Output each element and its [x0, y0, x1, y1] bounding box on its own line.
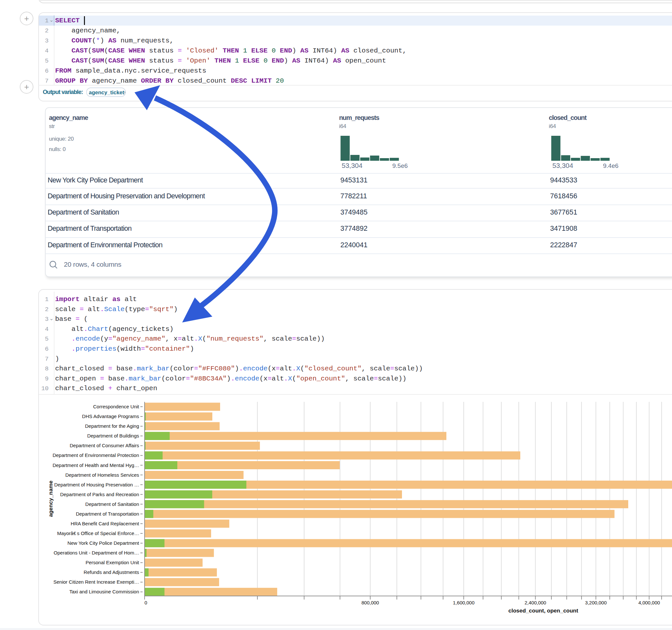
svg-text:Senior Citizen Rent Increase E: Senior Citizen Rent Increase Exempti…: [53, 579, 139, 585]
svg-text:9.4e6: 9.4e6: [603, 162, 619, 169]
svg-text:Department of Health and Menta: Department of Health and Mental Hyg…: [52, 462, 139, 468]
svg-text:800,000: 800,000: [361, 600, 379, 605]
svg-text:0: 0: [145, 600, 147, 605]
svg-text:Refunds and Adjustments: Refunds and Adjustments: [83, 570, 139, 575]
svg-text:Personal Exemption Unit: Personal Exemption Unit: [86, 560, 139, 565]
svg-text:53,304: 53,304: [552, 162, 573, 169]
svg-text:Correspondence Unit: Correspondence Unit: [93, 404, 139, 409]
svg-text:4,000,000: 4,000,000: [638, 600, 660, 605]
svg-text:Department for the Aging: Department for the Aging: [85, 423, 139, 429]
svg-text:Department of Housing Preserva: Department of Housing Preservation …: [54, 482, 139, 487]
svg-text:1,600,000: 1,600,000: [453, 600, 475, 605]
svg-text:Department of Parks and Recrea: Department of Parks and Recreation: [60, 492, 139, 497]
svg-text:Taxi and Limousine Commission: Taxi and Limousine Commission: [69, 589, 139, 595]
svg-text:Department of Buildings: Department of Buildings: [87, 433, 139, 438]
svg-text:Department of Consumer Affairs: Department of Consumer Affairs: [70, 443, 139, 448]
svg-text:Operations Unit - Department o: Operations Unit - Department of Hom…: [54, 550, 139, 555]
svg-text:HRA Benefit Card Replacement: HRA Benefit Card Replacement: [71, 521, 139, 526]
svg-text:2,400,000: 2,400,000: [525, 600, 546, 605]
svg-text:New York City Police Departmen: New York City Police Department: [67, 540, 139, 546]
svg-text:agency_name: agency_name: [48, 481, 54, 517]
svg-text:DHS Advantage Programs: DHS Advantage Programs: [82, 413, 139, 419]
svg-text:Department of Homeless Service: Department of Homeless Services: [65, 472, 139, 478]
svg-text:9.5e6: 9.5e6: [392, 162, 408, 169]
svg-text:Mayorâ€ s Office of Special En: Mayorâ€ s Office of Special Enforce…: [57, 531, 139, 536]
svg-text:53,304: 53,304: [342, 162, 363, 169]
svg-text:Department of Sanitation: Department of Sanitation: [85, 501, 139, 507]
svg-text:Department of Transportation: Department of Transportation: [76, 511, 139, 516]
svg-text:3,200,000: 3,200,000: [585, 600, 607, 605]
svg-text:Department of Environmental Pr: Department of Environmental Protection: [52, 453, 139, 458]
svg-text:closed_count, open_count: closed_count, open_count: [508, 608, 578, 614]
